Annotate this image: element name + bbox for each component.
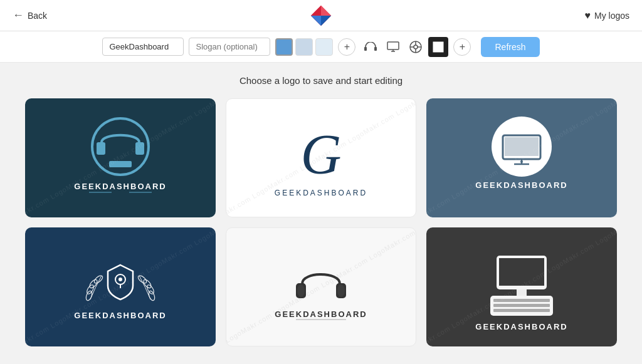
logo-svg-3: GEEKDASHBOARD (440, 108, 603, 208)
svg-text:GEEKDASHBOARD: GEEKDASHBOARD (275, 189, 367, 197)
svg-rect-6 (374, 47, 377, 51)
monitor-icon-btn[interactable] (383, 37, 403, 57)
logo-svg-5: GEEKDASHBOARD (239, 237, 403, 337)
svg-rect-52 (499, 258, 544, 286)
svg-point-48 (337, 284, 345, 297)
heart-icon: ♥ (584, 10, 591, 21)
svg-rect-19 (135, 142, 144, 155)
svg-text:GEEKDASHBOARD: GEEKDASHBOARD (74, 311, 166, 320)
svg-text:GEEKDASHBOARD: GEEKDASHBOARD (475, 180, 567, 190)
back-arrow-icon: ← (13, 9, 24, 22)
steering-icon-btn[interactable] (406, 37, 426, 57)
svg-point-31 (520, 160, 523, 163)
header: ← Back ♥ My logos (0, 0, 642, 31)
refresh-button[interactable]: Refresh (481, 37, 539, 57)
my-logos-label: My logos (594, 11, 629, 21)
svg-marker-2 (311, 5, 321, 15)
my-logos-button[interactable]: ♥ My logos (584, 10, 629, 21)
svg-point-11 (414, 45, 418, 49)
color-swatches (275, 38, 333, 56)
svg-rect-7 (387, 42, 399, 49)
logo-svg-1: GEEKDASHBOARD (39, 108, 202, 208)
svg-rect-56 (493, 304, 550, 307)
svg-marker-3 (311, 16, 321, 26)
logo-card-3[interactable]: LogoMakr.com LogoMakr.com LogoMakr.com L… (426, 98, 617, 217)
svg-rect-55 (493, 299, 550, 302)
color-swatch-light[interactable] (295, 38, 313, 56)
svg-rect-16 (433, 42, 443, 52)
logo-svg-4: GEEKDASHBOARD (39, 237, 202, 337)
logo-card-5[interactable]: LogoMakr.com LogoMakr.com LogoMakr.com L… (226, 227, 416, 346)
svg-text:GEEKDASHBOARD: GEEKDASHBOARD (74, 182, 166, 191)
slogan-input[interactable] (189, 38, 270, 56)
logo-card-1[interactable]: LogoMakr.com LogoMakr.com LogoMakr.com L… (25, 98, 216, 217)
svg-rect-20 (109, 161, 132, 167)
back-label: Back (28, 11, 47, 21)
svg-rect-28 (505, 137, 539, 156)
add-icon-button[interactable]: + (453, 38, 471, 56)
subtitle: Choose a logo to save and start editing (25, 75, 617, 86)
back-button[interactable]: ← Back (13, 9, 47, 22)
svg-point-33 (93, 274, 103, 284)
main-content: Choose a logo to save and start editing … (0, 63, 642, 359)
color-swatch-lighter[interactable] (315, 38, 333, 56)
icon-group (360, 37, 448, 57)
svg-text:GEEKDASHBOARD: GEEKDASHBOARD (275, 309, 367, 319)
svg-text:GEEKDASHBOARD: GEEKDASHBOARD (475, 322, 567, 331)
svg-rect-18 (97, 142, 105, 155)
color-swatch-blue[interactable] (275, 38, 293, 56)
logo-card-2[interactable]: LogoMakr.com LogoMakr.com LogoMakr.com L… (226, 98, 416, 217)
add-color-button[interactable]: + (338, 38, 355, 56)
svg-rect-53 (517, 289, 527, 296)
svg-marker-4 (321, 16, 331, 26)
logo-svg-6: GEEKDASHBOARD (440, 237, 603, 337)
svg-text:G: G (301, 123, 342, 185)
svg-rect-57 (493, 309, 550, 312)
square-icon-btn[interactable] (428, 37, 448, 57)
headphones-icon-btn[interactable] (360, 37, 381, 57)
logo-grid: LogoMakr.com LogoMakr.com LogoMakr.com L… (25, 98, 617, 346)
svg-marker-1 (321, 5, 331, 15)
svg-point-37 (137, 274, 147, 284)
logo-card-4[interactable]: LogoMakr.com LogoMakr.com LogoMakr.com L… (25, 227, 216, 346)
svg-rect-5 (364, 47, 367, 51)
svg-point-47 (297, 284, 305, 297)
svg-point-42 (118, 278, 122, 281)
app-logo (310, 4, 332, 27)
toolbar: + (0, 31, 642, 63)
brand-name-input[interactable] (102, 38, 184, 56)
logo-svg-2: G GEEKDASHBOARD (239, 108, 403, 208)
logo-card-6[interactable]: LogoMakr.com LogoMakr.com LogoMakr.com L… (426, 227, 617, 346)
